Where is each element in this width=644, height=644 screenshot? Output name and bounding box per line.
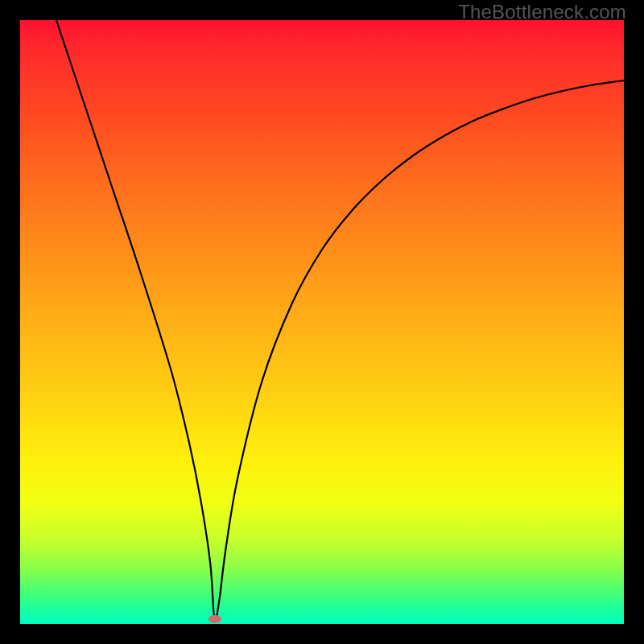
curve-svg: [20, 20, 624, 624]
min-marker: [208, 615, 221, 623]
chart-frame: TheBottleneck.com: [0, 0, 644, 644]
plot-area: [20, 20, 624, 624]
bottleneck-curve: [56, 20, 624, 621]
watermark-text: TheBottleneck.com: [458, 1, 626, 23]
